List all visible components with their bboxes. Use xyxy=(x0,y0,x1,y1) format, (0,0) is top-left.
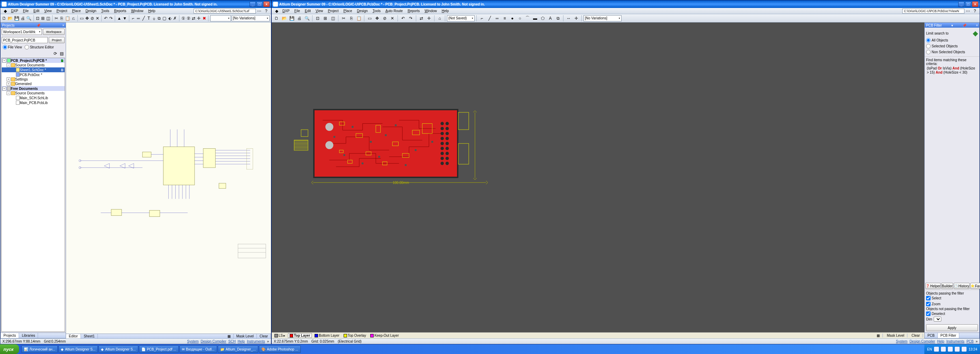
status-link-system[interactable]: System xyxy=(187,340,199,343)
wire-button[interactable]: ⌐ xyxy=(130,15,135,22)
redo-button[interactable]: ↷ xyxy=(108,15,113,22)
select-button[interactable]: ▭ xyxy=(80,15,84,22)
tree-sheet1[interactable]: Sheet1.SchDoc *🗎 xyxy=(2,67,65,72)
no-erc-button[interactable]: ✗ xyxy=(173,15,177,22)
copy-button[interactable]: ⎘ xyxy=(59,15,64,22)
menu-window[interactable]: Window xyxy=(129,8,146,14)
filter-selected-radio[interactable]: Selected Objects xyxy=(926,43,978,49)
file-view-radio[interactable]: File View xyxy=(3,45,22,49)
tray-icon[interactable] xyxy=(948,347,953,352)
tree-options-button[interactable]: ▤ xyxy=(59,51,64,56)
status-link-sch[interactable]: SCH xyxy=(228,340,235,343)
zoom-fit-button[interactable]: ⊡ xyxy=(314,15,321,22)
tree-pcblib[interactable]: Main_PCB.PcbLib xyxy=(2,100,65,105)
close-button[interactable]: × xyxy=(263,2,270,7)
zoom-area-button[interactable]: ⊞ xyxy=(41,15,45,22)
redo-button[interactable]: ↷ xyxy=(407,15,414,22)
system-tray[interactable]: EN 13:24 xyxy=(924,344,980,354)
editor-tab-sheet1[interactable]: Sheet1 xyxy=(81,334,98,338)
menu-help[interactable]: Help xyxy=(146,8,158,14)
task-item-4[interactable]: 📄PCB_Project.pdf ... xyxy=(139,345,179,353)
status-link-pcb[interactable]: PCB xyxy=(967,340,974,343)
menu-file[interactable]: File xyxy=(292,8,302,14)
menu-help[interactable]: Help xyxy=(439,8,452,14)
update-pcb-button[interactable]: ⇄ xyxy=(191,15,196,22)
menu-place[interactable]: Place xyxy=(341,8,355,14)
tree-free-docs[interactable]: − Free Documents xyxy=(2,86,65,91)
filter-tab-history[interactable]: 🕒History xyxy=(954,283,970,289)
maximize-button[interactable]: □ xyxy=(256,2,263,7)
editor-mask-icon[interactable]: ▦ xyxy=(225,334,234,338)
docpath-browse-button[interactable]: ⋯ xyxy=(964,8,971,14)
filter-dim-select[interactable] xyxy=(934,317,941,322)
zoom-select-button[interactable]: ◫ xyxy=(46,15,51,22)
menu-design[interactable]: Design xyxy=(83,8,99,14)
port-button[interactable]: ⬖ xyxy=(168,15,172,22)
back-annotate-button[interactable]: ② xyxy=(186,15,191,22)
tree-project-root[interactable]: − PCB_Project.PrjPCB *🗎 xyxy=(2,58,65,63)
project-field[interactable]: PCB_Project.PrjPCB xyxy=(2,37,48,43)
layer-top-overlay[interactable]: Top Overlay xyxy=(342,333,368,337)
dxp-icon[interactable]: ◆ xyxy=(273,8,280,14)
tab-pcbfilter[interactable]: PCB Filter xyxy=(938,333,959,338)
tray-icon[interactable] xyxy=(941,347,946,352)
import-changes-button[interactable]: ⇄ xyxy=(418,15,425,22)
zoom-select-button[interactable]: ◫ xyxy=(329,15,336,22)
menu-tools[interactable]: Tools xyxy=(370,8,383,14)
task-item-3[interactable]: ◆Altium Designer S... xyxy=(99,345,138,353)
status-clear-pcb[interactable]: Clear xyxy=(909,333,923,337)
task-item-2[interactable]: ◆Altium Designer S... xyxy=(59,345,98,353)
tray-icon[interactable] xyxy=(962,347,967,352)
status-masklevel[interactable]: Mask Level xyxy=(234,334,257,338)
document-path[interactable]: C:\Orion\LOGIC-U\PCB.PcbDoc?ViewN xyxy=(902,9,964,13)
status-link-inst[interactable]: Instruments xyxy=(947,340,964,343)
zoom-fit-button[interactable]: ⊡ xyxy=(36,15,40,22)
filter-tab-helper[interactable]: ❓Helper xyxy=(925,283,940,289)
status-link-dc[interactable]: Design Compiler xyxy=(201,340,226,343)
tab-libraries[interactable]: Libraries xyxy=(19,333,38,338)
rubber-stamp-button[interactable]: ⎌ xyxy=(71,15,76,22)
layer-keepout[interactable]: Keep-Out Layer xyxy=(369,333,400,337)
route-button[interactable]: ⌐ xyxy=(479,15,485,22)
altium-portal-button[interactable]: ⌂ xyxy=(436,15,443,22)
status-link-system[interactable]: System xyxy=(896,340,907,343)
new-button[interactable]: 🗋 xyxy=(2,15,6,22)
workspace-button[interactable]: Workspace xyxy=(43,29,65,35)
dimension-button[interactable]: ↔ xyxy=(565,15,572,22)
tab-projects[interactable]: Projects xyxy=(1,333,19,338)
filter-all-radio[interactable]: All Objects xyxy=(926,37,978,43)
status-clear[interactable]: Clear xyxy=(257,334,271,338)
string-button[interactable]: A xyxy=(547,15,554,22)
filter-expression[interactable]: (IsPad Or IsVia) And (HoleSize > 15) And… xyxy=(926,66,978,75)
cross-probe-button[interactable]: ✛ xyxy=(197,15,201,22)
tray-clock[interactable]: 13:24 xyxy=(969,348,977,351)
arc-button[interactable]: ⌒ xyxy=(524,15,531,22)
status-link-inst[interactable]: Instruments xyxy=(247,340,265,343)
multiroute-button[interactable]: ≡ xyxy=(501,15,508,22)
menu-tools[interactable]: Tools xyxy=(99,8,111,14)
coord-button[interactable]: ✛ xyxy=(573,15,580,22)
pcb-canvas[interactable]: 100.00mm xyxy=(272,22,924,332)
layer-mask-icon[interactable]: ▦ xyxy=(874,333,883,337)
bus-button[interactable]: ═ xyxy=(136,15,141,22)
variations-combo[interactable]: [No Variations]▾ xyxy=(584,15,622,21)
print-button[interactable]: 🖨 xyxy=(21,15,25,22)
tree-source-docs[interactable]: − Source Documents xyxy=(2,63,65,67)
start-button[interactable]: пуск xyxy=(0,344,19,354)
preview-button[interactable]: 🔍 xyxy=(26,15,32,22)
filter-deselect-check[interactable]: Deselect xyxy=(926,311,978,317)
document-path[interactable]: C:\Orion\LOGIC-U\Sheet1.SchDoc?Lef xyxy=(194,9,256,13)
docpath-browse-button[interactable]: ⋯ xyxy=(256,8,263,14)
hierarchy-down-button[interactable]: ▼ xyxy=(123,15,127,22)
polygon-button[interactable]: ⬠ xyxy=(539,15,546,22)
variations-combo[interactable]: [No Variations]▾ xyxy=(232,15,270,21)
bus-entry-button[interactable]: ╱ xyxy=(142,15,146,22)
task-item-5[interactable]: ✉Входящие - Outl... xyxy=(180,345,217,353)
undo-button[interactable]: ↶ xyxy=(399,15,407,22)
project-button[interactable]: Project xyxy=(49,37,65,43)
cut-button[interactable]: ✂ xyxy=(54,15,59,22)
open-button[interactable]: 📂 xyxy=(281,15,288,22)
menu-place[interactable]: Place xyxy=(70,8,83,14)
menu-file[interactable]: File xyxy=(21,8,31,14)
minimize-button[interactable]: _ xyxy=(250,2,256,7)
